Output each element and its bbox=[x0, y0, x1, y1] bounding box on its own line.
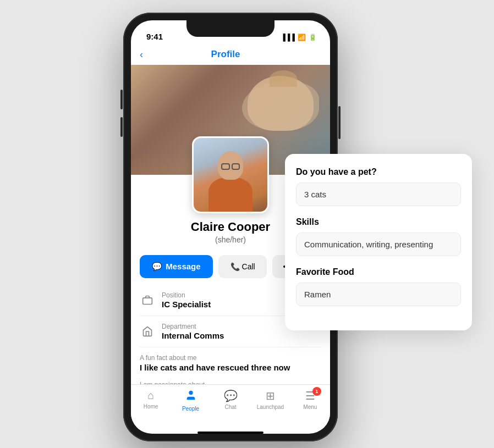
volume-up-btn bbox=[120, 90, 123, 109]
call-icon: 📞 bbox=[230, 262, 240, 271]
card-answer-pet: 3 cats bbox=[296, 182, 461, 206]
avatar-glasses bbox=[221, 163, 240, 170]
signal-icon: ▐▐▐ bbox=[281, 34, 295, 41]
tab-launchpad[interactable]: ⊞ Launchpad bbox=[250, 389, 290, 410]
fun-fact-value: I like cats and have rescued three now bbox=[140, 363, 321, 372]
notch bbox=[186, 20, 275, 37]
tab-chat-label: Chat bbox=[224, 404, 236, 410]
card-answer-food: Ramen bbox=[296, 283, 461, 306]
avatar-head bbox=[218, 151, 243, 180]
message-button[interactable]: 💬 Message bbox=[140, 255, 213, 278]
svg-rect-0 bbox=[143, 297, 152, 304]
call-label: Call bbox=[242, 262, 255, 271]
tab-menu-label: Menu bbox=[303, 404, 317, 410]
chat-icon: 💬 bbox=[224, 389, 238, 402]
message-label: Message bbox=[166, 262, 200, 271]
avatar bbox=[192, 136, 269, 213]
glasses-right bbox=[232, 163, 240, 170]
tab-launchpad-label: Launchpad bbox=[257, 404, 284, 410]
tab-chat[interactable]: 💬 Chat bbox=[211, 389, 250, 410]
menu-badge: 1 bbox=[312, 387, 321, 396]
department-content: Department Internal Comms bbox=[162, 323, 224, 340]
status-icons: ▐▐▐ 📶 🔋 bbox=[281, 34, 317, 41]
people-icon bbox=[185, 389, 197, 404]
position-content: Position IC Specialist bbox=[162, 291, 211, 309]
wifi-icon: 📶 bbox=[298, 34, 306, 41]
department-label: Department bbox=[162, 323, 224, 330]
battery-icon: 🔋 bbox=[309, 34, 317, 41]
home-icon: ⌂ bbox=[147, 389, 154, 402]
card-question-skills: Skills bbox=[296, 217, 461, 227]
department-value: Internal Comms bbox=[162, 331, 224, 340]
side-card: Do you have a pet? 3 cats Skills Communi… bbox=[285, 154, 472, 330]
card-answer-skills: Communication, writing, presenting bbox=[296, 233, 461, 256]
tab-menu[interactable]: 1 ☰ Menu bbox=[290, 389, 330, 410]
about-section: A fun fact about me I like cats and have… bbox=[131, 347, 330, 384]
status-time: 9:41 bbox=[146, 32, 163, 41]
tab-people-label: People bbox=[182, 406, 199, 412]
nav-title: Profile bbox=[143, 49, 308, 60]
card-section-pet: Do you have a pet? 3 cats bbox=[296, 167, 461, 206]
tab-home[interactable]: ⌂ Home bbox=[131, 389, 171, 410]
svg-point-1 bbox=[189, 390, 193, 394]
card-question-food: Favorite Food bbox=[296, 267, 461, 277]
position-icon bbox=[140, 292, 155, 308]
avatar-figure bbox=[206, 151, 255, 212]
card-section-skills: Skills Communication, writing, presentin… bbox=[296, 217, 461, 256]
position-label: Position bbox=[162, 291, 211, 299]
fun-fact-label: A fun fact about me bbox=[140, 354, 321, 362]
home-indicator bbox=[197, 432, 264, 434]
message-icon: 💬 bbox=[152, 262, 162, 272]
power-btn bbox=[338, 106, 341, 139]
department-icon bbox=[140, 324, 155, 339]
tab-bar: ⌂ Home People 💬 Chat ⊞ Launchpad bbox=[131, 384, 330, 429]
hero-cat-ear bbox=[270, 70, 297, 87]
glasses-left bbox=[221, 163, 230, 170]
avatar-body bbox=[208, 178, 253, 213]
tab-home-label: Home bbox=[144, 403, 158, 410]
call-button[interactable]: 📞 Call bbox=[218, 255, 267, 278]
fun-fact-item: A fun fact about me I like cats and have… bbox=[140, 354, 321, 372]
card-question-pet: Do you have a pet? bbox=[296, 167, 461, 177]
card-section-food: Favorite Food Ramen bbox=[296, 267, 461, 306]
launchpad-icon: ⊞ bbox=[266, 389, 275, 402]
nav-bar: ‹ Profile bbox=[131, 45, 330, 65]
position-value: IC Specialist bbox=[162, 300, 211, 309]
tab-people[interactable]: People bbox=[171, 389, 210, 412]
volume-down-btn bbox=[120, 117, 123, 137]
